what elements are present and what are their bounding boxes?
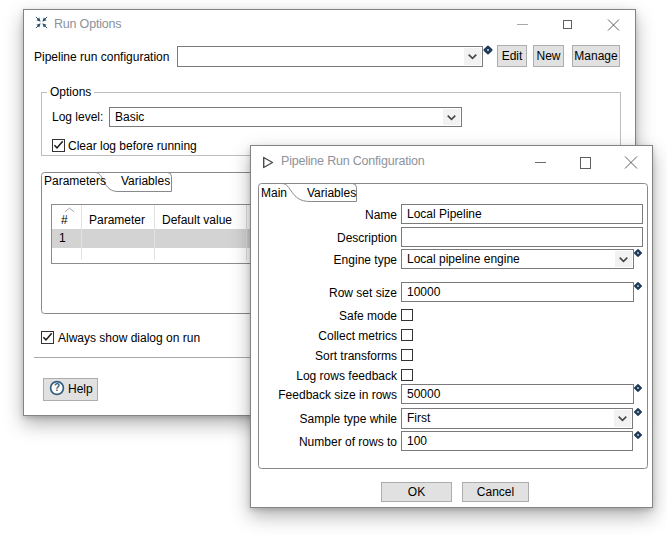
svg-text:?: ? [54,382,60,393]
